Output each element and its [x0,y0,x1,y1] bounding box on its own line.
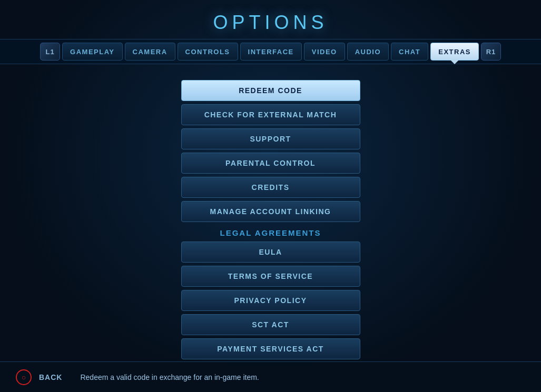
payment-services-button[interactable]: PAYMENT SERVICES ACT [181,338,360,359]
page-title: OPTIONS [0,0,541,39]
tab-audio[interactable]: AUDIO [347,43,389,61]
tab-video[interactable]: VIDEO [304,43,345,61]
tab-bar: L1 GAMEPLAY CAMERA CONTROLS INTERFACE VI… [0,39,541,64]
tab-gameplay[interactable]: GAMEPLAY [62,43,122,61]
main-content: REDEEM CODE CHECK FOR EXTERNAL MATCH SUP… [0,64,541,365]
tab-chat[interactable]: CHAT [391,43,428,61]
tab-interface[interactable]: INTERFACE [240,43,302,61]
credits-button[interactable]: CREDITS [181,177,360,198]
check-external-button[interactable]: CHECK FOR EXTERNAL MATCH [181,104,360,125]
manage-account-button[interactable]: MANAGE ACCOUNT LINKING [181,201,360,222]
tab-camera[interactable]: CAMERA [125,43,175,61]
back-label[interactable]: BACK [39,373,62,381]
terms-button[interactable]: TERMS OF SERVICE [181,266,360,287]
bottom-bar: ○ BACK Redeem a valid code in exchange f… [0,361,541,392]
privacy-button[interactable]: PRIVACY POLICY [181,290,360,311]
l1-button[interactable]: L1 [40,43,60,61]
tab-controls[interactable]: CONTROLS [178,43,238,61]
parental-control-button[interactable]: PARENTAL CONTROL [181,153,360,174]
status-text: Redeem a valid code in exchange for an i… [80,373,259,381]
legal-section-label: LEGAL AGREEMENTS [220,228,321,237]
back-icon: ○ [16,369,32,385]
redeem-code-button[interactable]: REDEEM CODE [181,80,360,101]
support-button[interactable]: SUPPORT [181,128,360,149]
eula-button[interactable]: EULA [181,242,360,263]
sct-act-button[interactable]: SCT ACT [181,314,360,335]
tab-extras[interactable]: EXTRAS [430,43,479,61]
r1-button[interactable]: R1 [481,43,501,61]
